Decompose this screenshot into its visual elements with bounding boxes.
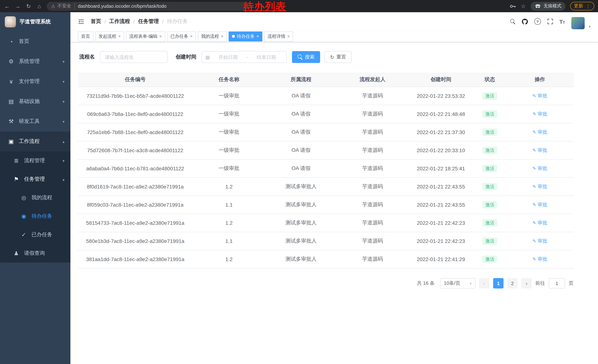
table-row: 75d72608-7b7f-11ec-a3c8-acde48001122 一级审… <box>78 141 573 160</box>
font-size-icon[interactable]: TT <box>559 18 565 25</box>
reset-button[interactable]: ↻ 重置 <box>324 51 352 63</box>
table-row: 8f059c03-7ac8-11ec-a9e2-a2380e71991a 1.1… <box>78 196 573 214</box>
close-icon[interactable]: × <box>118 34 121 39</box>
close-icon[interactable]: × <box>159 34 162 39</box>
approve-button[interactable]: ✎ 审批 <box>532 147 547 154</box>
help-icon[interactable]: ? <box>534 18 541 25</box>
tab-home[interactable]: 首页 <box>78 31 93 41</box>
sidebar-collapse-icon[interactable] <box>78 19 84 24</box>
search-button[interactable]: 搜索 <box>292 51 320 63</box>
back-icon[interactable]: ← <box>4 3 10 9</box>
close-icon[interactable]: × <box>190 34 193 39</box>
avatar-caret-icon[interactable]: ▾ <box>589 24 590 28</box>
tab-process-detail[interactable]: 流程详情 × <box>264 31 293 41</box>
cell-create-time: 2022-01-22 21:37:30 <box>408 123 473 141</box>
approve-button[interactable]: ✎ 审批 <box>532 129 547 136</box>
sidebar-subitem-done-tasks[interactable]: ✓ 已办任务 <box>0 226 70 244</box>
yen-icon: ¥ <box>8 78 14 85</box>
approve-button[interactable]: ✎ 审批 <box>532 238 547 244</box>
bookmark-star-icon[interactable]: ☆ <box>521 3 526 9</box>
github-icon[interactable] <box>522 18 528 25</box>
browser-menu-icon[interactable]: ⋮ <box>586 3 590 9</box>
start-date-input[interactable] <box>211 54 245 60</box>
sidebar-item-system-management[interactable]: ⚙ 系统管理 ▾ <box>0 51 70 72</box>
approve-button[interactable]: ✎ 审批 <box>532 93 547 99</box>
todo-task-table: 任务编号 任务名称 所属流程 流程发起人 创建时间 状态 操作 73211d9d… <box>78 73 573 268</box>
approve-button[interactable]: ✎ 审批 <box>532 165 547 172</box>
sidebar-item-task-management[interactable]: ⚑ 任务管理 ▴ <box>0 170 70 188</box>
sidebar-item-leave-query[interactable]: ♟ 请假查询 <box>0 244 70 263</box>
refresh-icon: ↻ <box>330 54 334 60</box>
security-label: 不安全 <box>58 3 71 9</box>
tab-my-processes[interactable]: 我的流程 × <box>198 31 227 41</box>
approve-button[interactable]: ✎ 审批 <box>532 219 547 226</box>
cell-task-name: 1.2 <box>193 250 265 268</box>
infrastructure-icon: ▤ <box>8 98 14 105</box>
reload-icon[interactable]: ↻ <box>25 3 32 9</box>
page-size-select[interactable]: 10条/页 ▾ <box>440 278 475 289</box>
sidebar-item-home[interactable]: ◔ 首页 <box>0 32 70 51</box>
breadcrumb-home[interactable]: 首页 <box>91 18 101 25</box>
address-bar[interactable]: ⚠ 不安全 dashboard.yudao.iocoder.cn/bpm/tas… <box>47 2 248 11</box>
next-page-button[interactable]: › <box>521 278 532 289</box>
sidebar-subitem-my-processes[interactable]: ◎ 我的流程 <box>0 188 70 207</box>
tab-todo-tasks[interactable]: 待办任务 × <box>229 31 262 41</box>
date-range-picker[interactable]: ▦ - <box>201 51 287 63</box>
cell-create-time: 2022-01-21 22:42:23 <box>408 214 473 232</box>
chevron-down-icon: ▾ <box>63 119 65 123</box>
status-badge: 激活 <box>482 92 497 100</box>
sidebar-item-workflow[interactable]: ▣ 工作流程 ▴ <box>0 131 70 152</box>
app-logo[interactable]: 芋道管理系统 <box>0 12 70 32</box>
cell-task-id: 580e1b3d-7ac8-11ec-a9e2-a2380e71991a <box>78 232 193 250</box>
close-icon[interactable]: × <box>256 34 259 39</box>
edit-pen-icon: ✎ <box>532 148 536 153</box>
update-button[interactable]: 更新 ⋮ <box>570 2 594 10</box>
user-avatar[interactable] <box>571 17 585 29</box>
search-icon[interactable] <box>510 19 515 24</box>
edit-pen-icon: ✎ <box>532 112 536 117</box>
process-name-input[interactable] <box>100 51 167 63</box>
end-date-input[interactable] <box>249 54 283 60</box>
tab-done-tasks[interactable]: 已办任务 × <box>167 31 196 41</box>
sidebar-item-payment-management[interactable]: ¥ 支付管理 ▾ <box>0 72 70 91</box>
goto-page-input[interactable] <box>549 278 565 289</box>
prev-page-button[interactable]: ‹ <box>479 278 490 289</box>
page-content: 流程名 创建时间 ▦ - 搜索 ↻ 重置 <box>70 42 598 364</box>
sidebar-item-process-management[interactable]: ≣ 流程管理 ▾ <box>0 152 70 170</box>
incognito-badge: 无痕模式 <box>531 2 565 11</box>
status-badge: 激活 <box>482 165 497 172</box>
caret-down-icon: ▾ <box>470 281 472 285</box>
cell-process: OA 请假 <box>265 87 337 105</box>
forward-icon[interactable]: → <box>15 3 21 9</box>
close-icon[interactable]: × <box>287 34 290 39</box>
cell-task-name: 一级审批 <box>193 105 265 123</box>
page-1-button[interactable]: 1 <box>493 278 504 289</box>
search-icon <box>298 54 303 60</box>
cell-create-time: 2022-01-21 22:43:55 <box>408 196 473 214</box>
tab-start-process[interactable]: 发起流程 × <box>95 31 124 41</box>
cell-starter: 芋道源码 <box>337 232 408 250</box>
approve-button[interactable]: ✎ 审批 <box>532 256 547 263</box>
cell-create-time: 2022-01-22 18:25:41 <box>408 160 473 177</box>
screen: ← → ↻ ⌂ ⚠ 不安全 dashboard.yudao.iocoder.cn… <box>0 0 598 364</box>
approve-button[interactable]: ✎ 审批 <box>532 111 547 117</box>
approve-button[interactable]: ✎ 审批 <box>532 183 547 190</box>
breadcrumb-current: 待办任务 <box>167 18 188 25</box>
close-icon[interactable]: × <box>221 34 224 39</box>
tags-view: 首页 发起流程 × 流程表单-编辑 × 已办任务 × 我的流程 × <box>70 31 598 42</box>
col-status: 状态 <box>473 73 506 87</box>
sidebar-subitem-todo-tasks[interactable]: ◉ 待办任务 <box>0 207 70 226</box>
chevron-up-icon: ▴ <box>63 177 65 181</box>
sidebar-item-dev-tools[interactable]: ⚒ 研发工具 ▾ <box>0 112 70 131</box>
breadcrumb-task-management[interactable]: 任务管理 <box>138 18 159 25</box>
breadcrumb-workflow[interactable]: 工作流程 <box>109 18 130 25</box>
sidebar-item-infrastructure[interactable]: ▤ 基础设施 ▾ <box>0 91 70 112</box>
tab-process-form-edit[interactable]: 流程表单-编辑 × <box>126 31 165 41</box>
fullscreen-icon[interactable] <box>547 18 553 24</box>
app-title: 芋道管理系统 <box>20 18 51 25</box>
page-2-button[interactable]: 2 <box>507 278 518 289</box>
home-icon[interactable]: ⌂ <box>36 3 43 9</box>
approve-button[interactable]: ✎ 审批 <box>532 202 547 208</box>
key-icon[interactable] <box>510 4 516 8</box>
status-badge: 激活 <box>482 147 497 154</box>
